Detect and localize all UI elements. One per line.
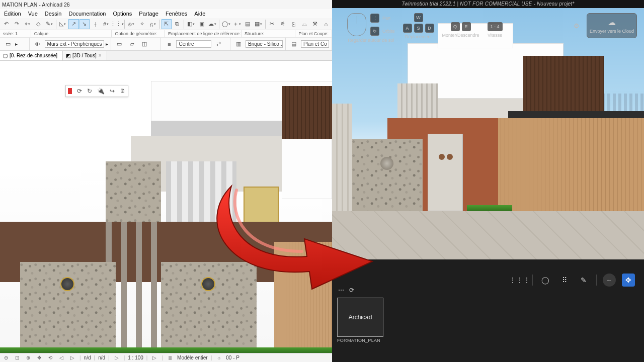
- home-icon[interactable]: ⌂: [321, 19, 331, 29]
- wand-icon[interactable]: ⚟: [278, 19, 288, 29]
- sb-view-icon[interactable]: ▷: [113, 354, 121, 361]
- import-more-icon[interactable]: ⋯: [338, 287, 344, 294]
- layer-eye-icon[interactable]: 👁: [32, 39, 43, 49]
- ft-refresh-icon[interactable]: ⟳: [77, 87, 82, 95]
- pick-icon[interactable]: ⌖: [23, 19, 33, 29]
- tab-plan-label: [0. Rez-de-chaussée]: [10, 51, 57, 61]
- cut-icon[interactable]: ✂: [267, 19, 277, 29]
- menu-documentation[interactable]: Documentation: [65, 9, 109, 18]
- send-to-cloud-button[interactable]: ☁ Envoyer vers le Cloud: [587, 13, 637, 38]
- move-tool-icon[interactable]: ✥: [622, 274, 635, 287]
- grid-icon[interactable]: #: [101, 19, 111, 29]
- geom-c-icon[interactable]: ◫: [139, 39, 150, 49]
- plan-field[interactable]: Plan et Co: [301, 40, 329, 48]
- box-icon[interactable]: ▣: [197, 19, 207, 29]
- grid-tool-icon[interactable]: ⋮⋮⋮: [513, 274, 526, 287]
- link-icon[interactable]: ⎘: [289, 19, 299, 29]
- tab-plan[interactable]: ▢ [0. Rez-de-chaussée]: [0, 51, 63, 60]
- cloud-icon[interactable]: ☁: [207, 19, 217, 29]
- sb-scale[interactable]: 1 : 100: [128, 355, 143, 360]
- close-tab-icon[interactable]: ×: [99, 51, 102, 61]
- undo-icon[interactable]: ↶: [1, 19, 11, 29]
- tool-icon[interactable]: ⚒: [310, 19, 320, 29]
- select-tool-icon[interactable]: ◯: [539, 274, 552, 287]
- key-a: A: [403, 24, 412, 33]
- plus-icon[interactable]: ＋: [232, 19, 242, 29]
- tab-3d[interactable]: ◩ [3D / Tous] ×: [63, 51, 107, 60]
- pin-icon[interactable]: [68, 88, 72, 94]
- sb-pan-icon[interactable]: ✥: [35, 354, 43, 361]
- redo-icon[interactable]: ↷: [12, 19, 22, 29]
- circle-icon[interactable]: ◯: [221, 19, 231, 29]
- settings-gear-icon[interactable]: ⚙: [572, 21, 582, 31]
- ft-plug-icon[interactable]: 🔌: [97, 87, 105, 95]
- geom-b-icon[interactable]: ▱: [126, 39, 137, 49]
- guideline-b-icon[interactable]: ↘: [79, 19, 90, 29]
- hdr-struct: Structure:: [242, 30, 295, 37]
- sb-layers-icon[interactable]: ≣: [166, 354, 174, 361]
- import-caption: FORMATION_PLAN: [335, 338, 390, 343]
- sb-zoom-icon[interactable]: ▷: [150, 354, 158, 361]
- import-refresh-icon[interactable]: ⟳: [349, 287, 354, 294]
- hud-qe-group: Q E Monter/Descendre: [442, 13, 479, 38]
- refline-field[interactable]: Centre: [176, 40, 211, 48]
- ref-flip-icon[interactable]: ⇄: [213, 39, 224, 49]
- ref-icon[interactable]: ≡: [164, 39, 175, 49]
- sb-zoomout-icon[interactable]: ⊖: [2, 354, 10, 361]
- floating-toolbar[interactable]: ⟳ ↻ 🔌 ↪ 🗎: [65, 85, 128, 97]
- sb-right: 00 - P: [226, 355, 239, 360]
- struct-field[interactable]: Brique - Silico…: [246, 40, 283, 48]
- menu-vue[interactable]: Vue: [25, 9, 41, 18]
- twinmotion-window: Twinmotion trial 2022.1 | NOT FOR COMMER…: [332, 0, 644, 362]
- cube-icon[interactable]: ◧: [186, 19, 196, 29]
- hud-pan-label: Pan: [382, 16, 390, 21]
- plan-icon[interactable]: ▤: [288, 39, 299, 49]
- ft-orbit-icon[interactable]: ↻: [87, 87, 92, 95]
- archicad-3d-viewport[interactable]: ⟳ ↻ 🔌 ↪ 🗎: [0, 61, 332, 353]
- struct-icon[interactable]: ▥: [233, 39, 244, 49]
- ft-export-icon[interactable]: ↪: [110, 87, 115, 95]
- menu-fenetres[interactable]: Fenêtres: [163, 9, 190, 18]
- tab-3d-label: [3D / Tous]: [72, 51, 97, 61]
- gravity-icon[interactable]: ⎋: [126, 19, 136, 29]
- hud-move-label: Déplacement: [405, 34, 432, 39]
- adjust-icon[interactable]: ⇱: [162, 19, 172, 29]
- snap-icon[interactable]: ⋮⋮: [112, 19, 123, 29]
- sb-next-icon[interactable]: ▷: [68, 354, 76, 361]
- marker-icon[interactable]: ✎: [44, 19, 54, 29]
- guide-icon[interactable]: ◺: [58, 19, 68, 29]
- menu-dessin[interactable]: Dessin: [42, 9, 65, 18]
- trim-icon[interactable]: ⎌: [147, 19, 157, 29]
- sb-prev-icon[interactable]: ◁: [57, 354, 65, 361]
- layer-field[interactable]: Murs ext - Périphériques: [45, 40, 104, 48]
- menu-edition[interactable]: Édition: [1, 9, 24, 18]
- guideline-a-icon[interactable]: ↗: [68, 19, 78, 29]
- menu-aide[interactable]: Aide: [191, 9, 208, 18]
- arc-icon[interactable]: ⌓: [299, 19, 309, 29]
- sb-sun-icon[interactable]: ☼: [215, 354, 223, 361]
- archicad-menubar: Édition Vue Dessin Documentation Options…: [0, 9, 332, 18]
- sb-zoomin-icon[interactable]: ⊕: [24, 354, 32, 361]
- magic-icon[interactable]: ✧: [137, 19, 147, 29]
- sb-orbit-icon[interactable]: ⟲: [46, 354, 54, 361]
- sheet-icon[interactable]: ▤: [243, 19, 253, 29]
- sb-fit-icon[interactable]: ⊡: [13, 354, 21, 361]
- menu-options[interactable]: Options: [110, 9, 135, 18]
- geom-a-icon[interactable]: ▭: [114, 39, 125, 49]
- sheets-icon[interactable]: ▦: [253, 19, 263, 29]
- picker-tool-icon[interactable]: ✎: [577, 274, 590, 287]
- menu-partage[interactable]: Partage: [136, 9, 162, 18]
- sb-model[interactable]: Modèle entier: [177, 355, 208, 360]
- material-tool-icon[interactable]: ⠿: [558, 274, 571, 287]
- import-card-archicad[interactable]: Archicad: [337, 298, 383, 337]
- storey-icon[interactable]: ▭: [3, 39, 14, 49]
- ruler-icon[interactable]: ⟊: [90, 19, 100, 29]
- measure-icon[interactable]: ⧉: [172, 19, 182, 29]
- suspend-icon[interactable]: ◇: [33, 19, 43, 29]
- sb-nd2: n/d: [98, 355, 105, 360]
- archicad-window: MATION PLAN - Archicad 26 Édition Vue De…: [0, 0, 332, 362]
- import-card-label: Archicad: [349, 314, 372, 321]
- back-tool-icon[interactable]: ←: [603, 274, 616, 287]
- ft-page-icon[interactable]: 🗎: [120, 87, 126, 95]
- view-tabs: ▢ [0. Rez-de-chaussée] ◩ [3D / Tous] ×: [0, 51, 332, 61]
